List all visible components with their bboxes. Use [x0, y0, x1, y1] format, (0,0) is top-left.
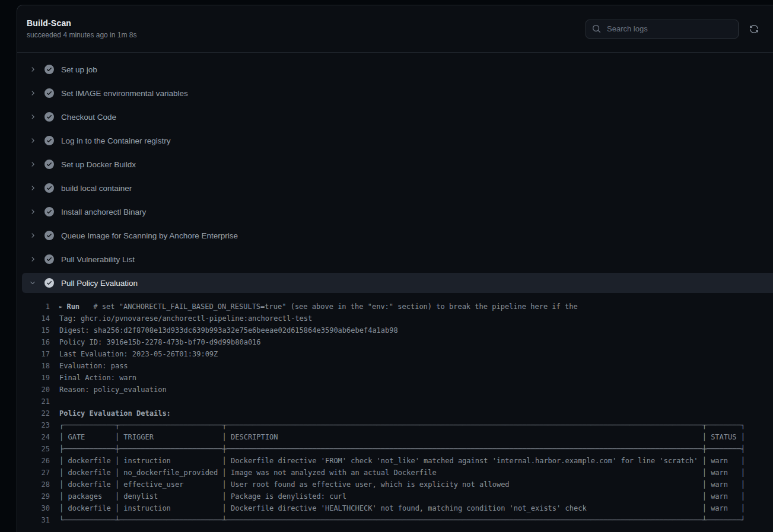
log-table-text: │ packages │ denylist │ Package is denyl… [59, 490, 745, 502]
log-line: 16Policy ID: 3916e15b-2278-473b-bf70-d9d… [17, 336, 773, 348]
check-circle-icon [44, 136, 54, 145]
chevron-right-icon [29, 184, 36, 192]
log-line: 23┌────────────┬────────────────────────… [17, 419, 773, 431]
log-table-text: │ dockerfile │ instruction │ Dockerfile … [59, 455, 745, 467]
step-label: Set up job [61, 65, 97, 74]
log-text: # set "ANCHORECTL_FAIL_BASED_ON_RESULTS=… [93, 301, 577, 313]
log-table-text: │ dockerfile │ instruction │ Dockerfile … [59, 502, 745, 514]
log-line: 1►Run # set "ANCHORECTL_FAIL_BASED_ON_RE… [17, 301, 773, 313]
log-line: 15Digest: sha256:d2f8708e13d933dc639b993… [17, 324, 773, 336]
job-title: Build-Scan [27, 18, 136, 28]
chevron-right-icon [29, 208, 36, 215]
log-text: Evaluation: pass [59, 360, 128, 372]
step-row[interactable]: Checkout Code [17, 105, 773, 129]
search-logs-box[interactable] [586, 20, 739, 39]
step-label: Log in to the Container registry [61, 136, 171, 145]
line-number[interactable]: 31 [17, 514, 50, 526]
line-number[interactable]: 27 [17, 467, 50, 479]
chevron-right-icon [29, 137, 36, 144]
log-line: 30│ dockerfile │ instruction │ Dockerfil… [17, 502, 773, 514]
log-text: Policy Evaluation Details: [59, 407, 171, 419]
line-number[interactable]: 17 [17, 348, 50, 360]
log-line: 27│ dockerfile │ no_dockerfile_provided … [17, 467, 773, 479]
check-circle-icon [44, 88, 54, 98]
steps-list: Set up jobSet IMAGE environmental variab… [17, 53, 773, 293]
chevron-right-icon [29, 90, 36, 97]
line-number[interactable]: 23 [17, 419, 50, 431]
line-number[interactable]: 14 [17, 313, 50, 324]
step-row[interactable]: Log in to the Container registry [17, 129, 773, 152]
check-circle-icon [44, 254, 54, 264]
log-table-text: │ dockerfile │ effective_user │ User roo… [59, 479, 745, 490]
log-line: 21 [17, 396, 773, 407]
step-row[interactable]: build local container [17, 176, 773, 200]
line-number[interactable]: 28 [17, 479, 50, 490]
line-number[interactable]: 20 [17, 384, 50, 396]
expand-group-icon[interactable]: ► [59, 301, 62, 313]
chevron-right-icon [29, 232, 36, 239]
step-row[interactable]: Set up Docker Buildx [17, 152, 773, 176]
step-row[interactable]: Set up job [17, 58, 773, 81]
line-number[interactable]: 26 [17, 455, 50, 467]
step-label: Set up Docker Buildx [61, 160, 136, 169]
log-table-text: │ GATE │ TRIGGER │ DESCRIPTION │ STATUS … [59, 431, 745, 443]
chevron-right-icon [29, 256, 36, 263]
line-number[interactable]: 21 [17, 396, 50, 407]
log-text: Final Action: warn [59, 372, 136, 384]
check-circle-icon [44, 112, 54, 122]
line-number[interactable]: 15 [17, 324, 50, 336]
line-number[interactable]: 16 [17, 336, 50, 348]
job-header: Build-Scan succeeded 4 minutes ago in 1m… [17, 5, 773, 53]
log-line: 22Policy Evaluation Details: [17, 407, 773, 419]
job-status-summary: succeeded 4 minutes ago in 1m 8s [27, 31, 136, 39]
log-line: 14Tag: ghcr.io/pvnovarese/anchorectl-pip… [17, 313, 773, 324]
log-line: 29│ packages │ denylist │ Package is den… [17, 490, 773, 502]
step-label: Queue Image for Scanning by Anchore Ente… [61, 231, 238, 240]
line-number[interactable]: 1 [17, 301, 50, 313]
line-number[interactable]: 19 [17, 372, 50, 384]
check-circle-icon [44, 278, 54, 288]
log-line: 17Last Evaluation: 2023-05-26T01:39:09Z [17, 348, 773, 360]
log-table-text: └────────────┴────────────────────────┴─… [59, 514, 745, 526]
step-row[interactable]: Queue Image for Scanning by Anchore Ente… [17, 224, 773, 247]
log-text: Policy ID: 3916e15b-2278-473b-bf70-d9d99… [59, 336, 261, 348]
step-label: Set IMAGE environmental variables [61, 89, 188, 98]
step-row[interactable]: Pull Vulnerability List [17, 247, 773, 271]
check-circle-icon [44, 207, 54, 216]
log-table-text: ┌────────────┬────────────────────────┬─… [59, 419, 745, 431]
check-circle-icon [44, 183, 54, 193]
log-text: Last Evaluation: 2023-05-26T01:39:09Z [59, 348, 218, 360]
log-text: Reason: policy_evaluation [59, 384, 167, 396]
step-label: build local container [61, 184, 132, 193]
step-row[interactable]: Install anchorectl Binary [17, 200, 773, 224]
log-line: 18Evaluation: pass [17, 360, 773, 372]
job-title-block: Build-Scan succeeded 4 minutes ago in 1m… [27, 18, 136, 39]
line-number[interactable]: 25 [17, 443, 50, 455]
log-text: Digest: sha256:d2f8708e13d933dc639b993a3… [59, 324, 398, 336]
line-number[interactable]: 29 [17, 490, 50, 502]
line-number[interactable]: 22 [17, 407, 50, 419]
step-label: Install anchorectl Binary [61, 208, 146, 216]
search-logs-input[interactable] [606, 24, 732, 34]
line-number[interactable]: 30 [17, 502, 50, 514]
log-line: 19Final Action: warn [17, 372, 773, 384]
log-table-text: ├────────────┼────────────────────────┼─… [59, 443, 745, 455]
line-number[interactable]: 18 [17, 360, 50, 372]
step-row[interactable]: Set IMAGE environmental variables [17, 81, 773, 105]
check-circle-icon [44, 231, 54, 240]
log-text: Tag: ghcr.io/pvnovarese/anchorectl-pipel… [59, 313, 312, 324]
job-log-panel: Build-Scan succeeded 4 minutes ago in 1m… [17, 5, 773, 532]
step-label: Pull Vulnerability List [61, 255, 135, 264]
log-line: 24│ GATE │ TRIGGER │ DESCRIPTION │ STATU… [17, 431, 773, 443]
check-circle-icon [44, 160, 54, 169]
chevron-right-icon [29, 113, 36, 120]
step-row[interactable]: Pull Policy Evaluation [22, 273, 773, 293]
sync-icon [749, 24, 759, 34]
log-line: 20Reason: policy_evaluation [17, 384, 773, 396]
refresh-logs-button[interactable] [748, 23, 760, 35]
log-line: 31└────────────┴────────────────────────… [17, 514, 773, 526]
line-number[interactable]: 24 [17, 431, 50, 443]
step-label: Pull Policy Evaluation [61, 279, 138, 288]
log-line: 28│ dockerfile │ effective_user │ User r… [17, 479, 773, 490]
chevron-down-icon [29, 279, 36, 286]
